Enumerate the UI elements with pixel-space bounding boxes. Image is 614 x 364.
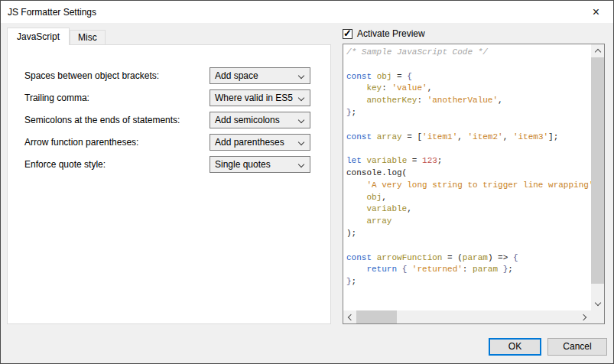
chevron-down-icon — [298, 161, 304, 167]
horizontal-scrollbar-thumb[interactable] — [356, 310, 397, 323]
setting-label-arrow-parentheses: Arrow function parentheses: — [24, 137, 138, 148]
combo-trailing-comma-value: Where valid in ES5 — [215, 93, 293, 103]
tab-misc-label: Misc — [78, 32, 97, 43]
ok-button[interactable]: OK — [489, 338, 541, 356]
code-area: /* Sample JavaScript Code */ const obj =… — [343, 44, 591, 310]
scroll-right-icon[interactable] — [578, 310, 591, 323]
scrollbar-corner — [591, 310, 604, 323]
code-preview-box: /* Sample JavaScript Code */ const obj =… — [343, 44, 605, 324]
cancel-button-label: Cancel — [563, 341, 591, 352]
combo-trailing-comma[interactable]: Where valid in ES5 — [210, 89, 310, 106]
setting-label-quote-style: Enforce quote style: — [24, 159, 106, 170]
checkbox-check-icon: ✓ — [343, 28, 352, 39]
js-formatter-settings-dialog: JS Formatter Settings × JavaScript Misc … — [0, 0, 614, 364]
combo-semicolons-value: Add semicolons — [215, 115, 280, 125]
cancel-button[interactable]: Cancel — [547, 338, 607, 356]
window-title: JS Formatter Settings — [8, 7, 96, 18]
setting-label-semicolons: Semicolons at the ends of statements: — [24, 115, 180, 125]
setting-label-trailing-comma: Trailing comma: — [24, 93, 89, 103]
combo-arrow-parentheses[interactable]: Add parentheses — [210, 134, 310, 151]
combo-object-brackets-value: Add space — [215, 70, 258, 81]
combo-quote-style-value: Single quotes — [215, 159, 271, 170]
scroll-left-icon[interactable] — [343, 310, 356, 323]
tab-javascript-label: JavaScript — [17, 31, 60, 42]
chevron-down-icon — [298, 95, 304, 101]
vertical-scrollbar-thumb[interactable] — [591, 57, 604, 284]
chevron-down-icon — [298, 139, 304, 145]
checkbox-box: ✓ — [343, 29, 352, 39]
scroll-up-icon[interactable] — [591, 44, 604, 57]
combo-quote-style[interactable]: Single quotes — [210, 156, 310, 173]
combo-arrow-parentheses-value: Add parentheses — [215, 137, 284, 148]
setting-label-object-brackets: Spaces between object brackets: — [24, 70, 159, 81]
chevron-down-icon — [298, 73, 304, 79]
tab-misc[interactable]: Misc — [70, 30, 106, 44]
scroll-down-icon[interactable] — [591, 297, 604, 310]
activate-preview-label: Activate Preview — [357, 28, 425, 39]
tab-javascript[interactable]: JavaScript — [7, 28, 70, 45]
ok-button-label: OK — [508, 341, 521, 352]
titlebar: JS Formatter Settings × — [1, 1, 613, 23]
horizontal-scrollbar[interactable] — [343, 310, 591, 323]
close-button[interactable]: × — [579, 1, 613, 23]
vertical-scrollbar[interactable] — [591, 44, 604, 310]
combo-object-brackets[interactable]: Add space — [210, 67, 310, 84]
javascript-tab-panel: Spaces between object brackets: Add spac… — [7, 44, 331, 324]
activate-preview-checkbox[interactable]: ✓ Activate Preview — [343, 28, 425, 39]
chevron-down-icon — [298, 117, 304, 123]
combo-semicolons[interactable]: Add semicolons — [210, 112, 310, 128]
close-icon: × — [593, 6, 599, 18]
